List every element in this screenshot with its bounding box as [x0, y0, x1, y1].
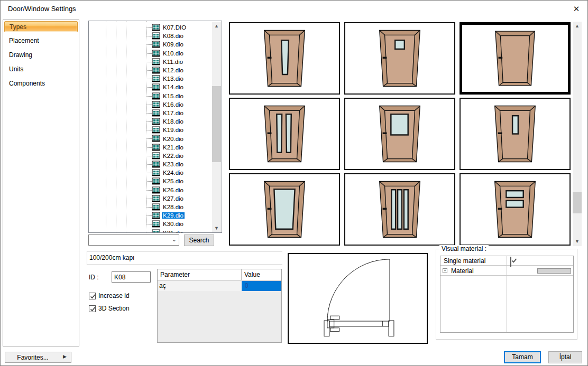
type-file-tree[interactable]: K07.DIO K08.dio K09.dio K10.dio K11.dio …: [88, 21, 222, 233]
door-preview-tall-slot[interactable]: .g{fill:#cfe3e2;stroke:#1a1a1a;stroke-wi…: [229, 22, 340, 95]
tree-item-label[interactable]: K19.dio: [162, 127, 185, 133]
tree-item-label[interactable]: K11.dio: [162, 59, 184, 65]
tree-item[interactable]: K17.dio: [89, 109, 212, 117]
search-combobox[interactable]: ⌄: [88, 234, 179, 246]
tree-item[interactable]: K09.dio: [89, 40, 212, 49]
title-bar: Door/Window Settings ✕: [1, 1, 587, 16]
tree-item-label[interactable]: K23.dio: [162, 161, 185, 167]
tree-item-label[interactable]: K17.dio: [162, 110, 185, 116]
material-color-swatch[interactable]: [537, 268, 571, 274]
tree-item[interactable]: K11.dio: [89, 58, 212, 66]
tree-item[interactable]: K19.dio: [89, 126, 212, 134]
tree-item[interactable]: K14.dio: [89, 83, 212, 91]
tree-item-label[interactable]: K22.dio: [162, 153, 185, 159]
cancel-button[interactable]: İptal: [548, 351, 582, 363]
tree-item-label[interactable]: K25.dio: [162, 178, 185, 184]
tree-item[interactable]: K24.dio: [89, 168, 212, 177]
tree-item-label[interactable]: K28.dio: [162, 204, 185, 210]
door-window-file-icon: [152, 50, 160, 57]
tree-item-label[interactable]: K30.dio: [162, 221, 185, 227]
tree-item[interactable]: K27.dio: [89, 194, 212, 203]
tree-item[interactable]: K26.dio: [89, 186, 212, 194]
door-preview-three-strips[interactable]: .g{fill:#cfe3e2;stroke:#1a1a1a;stroke-wi…: [344, 173, 455, 246]
chevron-down-icon[interactable]: ⌄: [172, 236, 177, 243]
tree-item[interactable]: K08.dio: [89, 32, 212, 40]
sidebar-item-placement[interactable]: Placement: [4, 35, 78, 46]
tree-item[interactable]: K29.dio: [89, 211, 212, 220]
tree-item[interactable]: K13.dio: [89, 74, 212, 83]
tree-item-label[interactable]: K24.dio: [162, 170, 185, 176]
tree-item[interactable]: K16.dio: [89, 100, 212, 109]
tree-item-label[interactable]: K18.dio: [162, 118, 185, 125]
expand-plus-icon[interactable]: +: [443, 268, 447, 273]
tree-item[interactable]: K30.dio: [89, 220, 212, 228]
tree-item[interactable]: K15.dio: [89, 92, 212, 100]
scroll-down-icon[interactable]: ▼: [573, 237, 582, 246]
tree-item-label[interactable]: K15.dio: [162, 93, 185, 99]
parameter-row[interactable]: aç 0: [158, 281, 281, 291]
tree-item[interactable]: K22.dio: [89, 152, 212, 160]
tree-item[interactable]: K20.dio: [89, 134, 212, 143]
tree-item-label[interactable]: K14.dio: [162, 84, 185, 90]
tree-item[interactable]: K23.dio: [89, 160, 212, 168]
tree-item[interactable]: K21.dio: [89, 143, 212, 152]
door-window-file-icon: [152, 161, 160, 168]
tree-item[interactable]: K25.dio: [89, 177, 212, 185]
tree-scrollbar-thumb[interactable]: [212, 86, 221, 162]
material-row[interactable]: + Material: [440, 266, 573, 276]
tree-item-label[interactable]: K12.dio: [162, 67, 185, 73]
tree-item-label[interactable]: K13.dio: [162, 76, 185, 82]
tree-item-label[interactable]: K20.dio: [162, 136, 185, 142]
tree-item-label[interactable]: K27.dio: [162, 195, 185, 202]
id-field[interactable]: [112, 271, 151, 283]
door-preview-two-horizontal[interactable]: .g{fill:#cfe3e2;stroke:#1a1a1a;stroke-wi…: [460, 173, 571, 246]
single-material-checkbox[interactable]: [510, 257, 511, 267]
tree-item[interactable]: K10.dio: [89, 49, 212, 58]
single-material-row[interactable]: Single material: [440, 256, 573, 266]
increase-id-checkbox[interactable]: Increase id: [89, 292, 130, 299]
tree-item-label[interactable]: K10.dio: [162, 50, 185, 57]
scroll-up-icon[interactable]: ▲: [212, 22, 221, 31]
grid-scrollbar-thumb[interactable]: [573, 192, 582, 213]
close-icon[interactable]: ✕: [571, 4, 582, 14]
scroll-up-icon[interactable]: ▲: [573, 22, 582, 31]
sidebar-item-units[interactable]: Units: [4, 64, 78, 75]
scroll-down-icon[interactable]: ▼: [212, 224, 221, 233]
checkbox-box[interactable]: [510, 257, 511, 267]
door-preview-upper-slot[interactable]: .g{fill:#cfe3e2;stroke:#1a1a1a;stroke-wi…: [460, 98, 571, 170]
favorites-button[interactable]: Favorites... ▶: [5, 352, 71, 363]
parameter-value-cell[interactable]: 0: [242, 281, 281, 291]
door-window-file-icon: [152, 195, 160, 202]
tree-item-label[interactable]: K16.dio: [162, 101, 185, 108]
tree-item-label[interactable]: K21.dio: [162, 144, 185, 151]
tree-item-label[interactable]: K29.dio: [162, 212, 185, 219]
tree-item[interactable]: K18.dio: [89, 117, 212, 126]
search-button[interactable]: Search: [184, 234, 214, 246]
checkbox-box[interactable]: [89, 293, 96, 299]
door-preview-upper-half[interactable]: .g{fill:#cfe3e2;stroke:#1a1a1a;stroke-wi…: [344, 98, 455, 170]
tree-item-label[interactable]: K26.dio: [162, 187, 185, 193]
door-preview-small-square[interactable]: .g{fill:#cfe3e2;stroke:#1a1a1a;stroke-wi…: [344, 22, 455, 95]
sidebar-item-types[interactable]: Types: [4, 21, 78, 32]
sidebar-item-drawing[interactable]: Drawing: [4, 50, 78, 61]
grid-scrollbar[interactable]: ▲ ▼: [573, 22, 582, 246]
3d-section-checkbox[interactable]: 3D Section: [89, 305, 130, 312]
tree-item-label[interactable]: K07.DIO: [162, 24, 187, 31]
tree-item-label[interactable]: K08.dio: [162, 33, 185, 39]
door-window-file-icon: [152, 220, 160, 228]
search-input[interactable]: [89, 236, 169, 245]
door-preview-two-panel[interactable]: .g{fill:#cfe3e2;stroke:#1a1a1a;stroke-wi…: [229, 98, 340, 170]
tree-scrollbar[interactable]: ▲ ▼: [212, 22, 221, 233]
parameter-name-cell[interactable]: aç: [158, 281, 242, 291]
tree-item-label[interactable]: K09.dio: [162, 41, 185, 48]
tree-item[interactable]: K28.dio: [89, 203, 212, 211]
tree-item[interactable]: K12.dio: [89, 66, 212, 74]
tree-item[interactable]: K07.DIO: [89, 23, 212, 32]
tree-item-label[interactable]: K31.dio: [162, 230, 185, 233]
checkbox-box[interactable]: [89, 305, 96, 312]
sidebar-item-components[interactable]: Components: [4, 78, 78, 89]
tree-item[interactable]: K31.dio: [89, 229, 212, 233]
ok-button[interactable]: Tamam: [504, 351, 541, 363]
door-preview-plain[interactable]: .g{fill:#cfe3e2;stroke:#1a1a1a;stroke-wi…: [460, 22, 571, 95]
door-preview-full[interactable]: .g{fill:#cfe3e2;stroke:#1a1a1a;stroke-wi…: [229, 173, 340, 246]
